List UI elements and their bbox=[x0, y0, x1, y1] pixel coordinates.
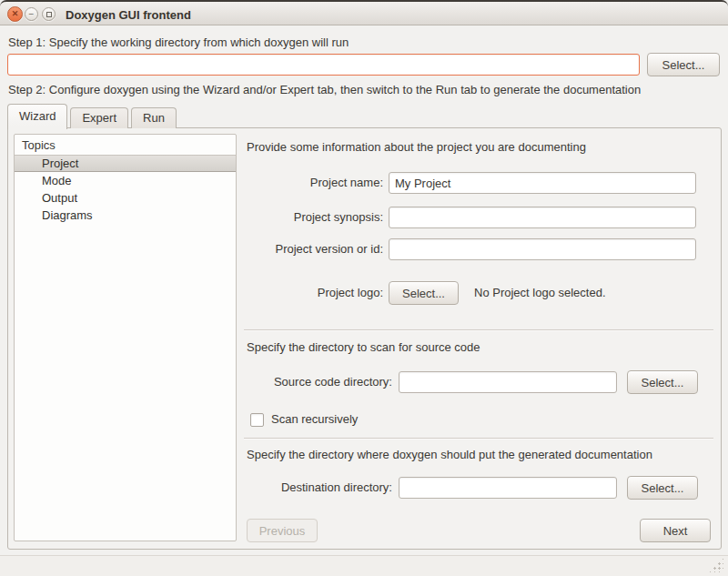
step2-label: Step 2: Configure doxygen using the Wiza… bbox=[8, 83, 641, 96]
resize-grip[interactable] bbox=[708, 557, 723, 572]
wizard-pane: Topics Project Mode Output Diagrams Prov… bbox=[7, 127, 722, 550]
working-directory-select-button[interactable]: Select... bbox=[647, 53, 720, 76]
previous-button[interactable]: Previous bbox=[247, 519, 318, 542]
project-version-input[interactable] bbox=[389, 238, 696, 260]
next-button[interactable]: Next bbox=[640, 519, 711, 542]
project-name-input[interactable] bbox=[389, 172, 696, 194]
separator bbox=[244, 329, 713, 331]
destination-directory-label: Destination directory: bbox=[245, 477, 392, 499]
topic-item-mode[interactable]: Mode bbox=[15, 172, 236, 189]
step1-label: Step 1: Specify the working directory fr… bbox=[8, 35, 349, 49]
maximize-icon bbox=[46, 12, 52, 17]
close-button[interactable]: ✕ bbox=[7, 6, 23, 22]
project-section-heading: Provide some information about the proje… bbox=[247, 140, 586, 154]
tab-bar: Wizard Expert Run bbox=[7, 103, 179, 128]
project-logo-label: Project logo: bbox=[245, 281, 383, 305]
source-directory-input[interactable] bbox=[399, 371, 617, 393]
project-synopsis-input[interactable] bbox=[389, 207, 696, 228]
doxygen-window: ✕ − Doxygen GUI frontend Step 1: Specify… bbox=[0, 0, 728, 576]
destination-directory-select-button[interactable]: Select... bbox=[627, 476, 698, 500]
status-bar bbox=[0, 555, 728, 576]
window-title: Doxygen GUI frontend bbox=[66, 2, 191, 27]
project-logo-status: No Project logo selected. bbox=[474, 281, 606, 305]
scan-recursively-label[interactable]: Scan recursively bbox=[271, 412, 358, 426]
destination-section-heading: Specify the directory where doxygen shou… bbox=[247, 448, 652, 461]
tab-run[interactable]: Run bbox=[131, 107, 177, 128]
source-directory-select-button[interactable]: Select... bbox=[627, 370, 698, 394]
project-synopsis-label: Project synopsis: bbox=[245, 207, 383, 228]
destination-directory-input[interactable] bbox=[399, 477, 617, 499]
topic-item-output[interactable]: Output bbox=[15, 189, 236, 207]
scan-recursively-checkbox[interactable] bbox=[250, 413, 264, 427]
source-directory-label: Source code directory: bbox=[245, 371, 392, 393]
topic-item-project[interactable]: Project bbox=[15, 155, 236, 172]
close-icon: ✕ bbox=[12, 10, 19, 18]
topics-list: Topics Project Mode Output Diagrams bbox=[14, 134, 237, 541]
minimize-button[interactable]: − bbox=[25, 7, 38, 21]
project-version-label: Project version or id: bbox=[245, 238, 383, 260]
tab-expert[interactable]: Expert bbox=[70, 107, 128, 128]
maximize-button[interactable] bbox=[42, 7, 56, 21]
working-directory-input[interactable] bbox=[7, 54, 640, 76]
source-section-heading: Specify the directory to scan for source… bbox=[247, 340, 480, 354]
project-logo-select-button[interactable]: Select... bbox=[389, 281, 459, 305]
project-name-label: Project name: bbox=[245, 172, 383, 194]
topics-header: Topics bbox=[15, 135, 236, 155]
separator bbox=[244, 438, 713, 440]
tab-wizard[interactable]: Wizard bbox=[7, 104, 67, 129]
minimize-icon: − bbox=[29, 10, 35, 19]
titlebar: ✕ − Doxygen GUI frontend bbox=[0, 0, 728, 25]
topic-item-diagrams[interactable]: Diagrams bbox=[15, 207, 236, 224]
